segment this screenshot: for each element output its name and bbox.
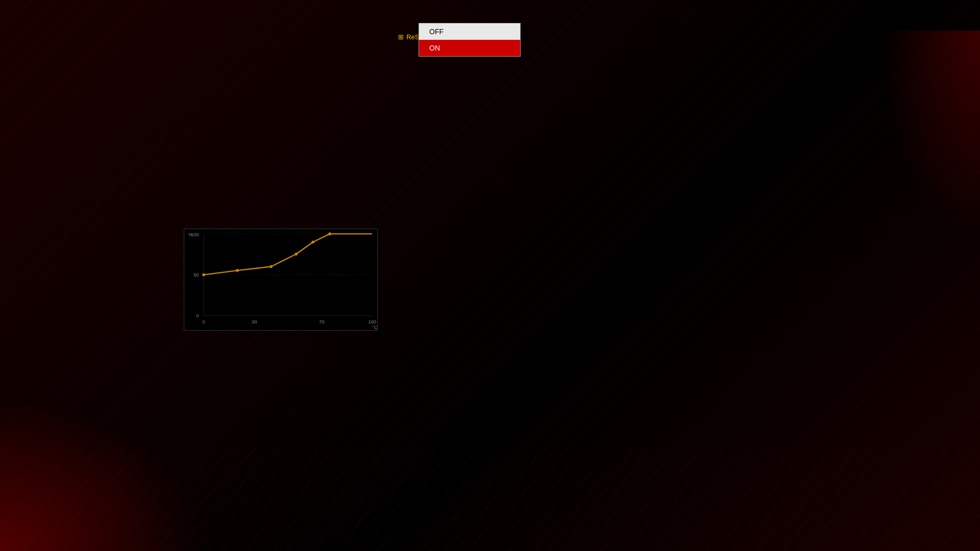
svg-point-44: [270, 265, 273, 268]
svg-text:30: 30: [252, 319, 257, 324]
svg-text:50: 50: [193, 272, 199, 278]
fan-chart-container: 100 50 0 % 0 30 70 100 °C: [184, 229, 378, 331]
svg-rect-28: [184, 229, 377, 330]
svg-text:0: 0: [196, 313, 199, 318]
resize-bar-dropdown: OFF ON: [419, 23, 521, 57]
svg-point-43: [236, 269, 239, 272]
resize-bar-icon: ⊞: [398, 33, 404, 41]
svg-text:70: 70: [319, 319, 324, 324]
svg-point-45: [295, 253, 298, 256]
svg-point-46: [311, 240, 314, 243]
svg-point-47: [328, 232, 331, 235]
resize-bar-off-option[interactable]: OFF: [419, 23, 520, 40]
resize-bar-on-option[interactable]: ON: [419, 40, 520, 56]
svg-point-42: [202, 273, 205, 277]
svg-text:100: 100: [368, 319, 376, 324]
svg-text:0: 0: [203, 319, 205, 324]
svg-text:%: %: [188, 232, 193, 237]
fan-chart-svg: 100 50 0 % 0 30 70 100 °C: [184, 229, 377, 330]
svg-text:°C: °C: [372, 324, 377, 330]
